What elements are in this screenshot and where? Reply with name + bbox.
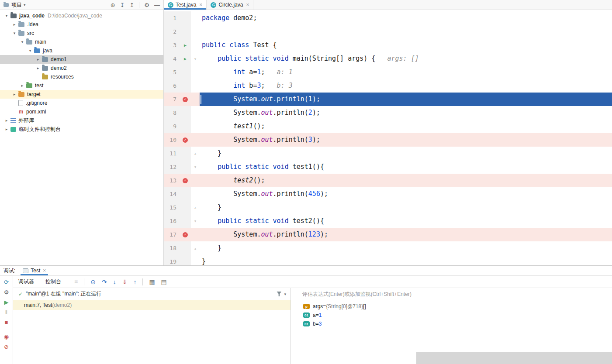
show-execution-point-icon[interactable]: ⊙ (90, 279, 96, 285)
filter-icon[interactable] (277, 292, 281, 296)
tree-item-external-libraries[interactable]: ▸外部库 (0, 116, 163, 125)
code-line-4[interactable]: 4▶▿ public static void main(String[] arg… (164, 52, 612, 65)
project-panel-title[interactable]: 项目 (11, 1, 22, 9)
variable-row[interactable]: pargs = {String[0]@718} [] (291, 302, 612, 311)
locate-file-icon[interactable]: ⊕ (111, 2, 115, 8)
fold-open-icon[interactable]: ▿ (191, 214, 200, 228)
close-icon[interactable]: × (246, 2, 249, 7)
breakpoint-icon[interactable]: ✓ (183, 97, 188, 102)
tree-item-demo1[interactable]: ▸demo1 (0, 55, 163, 64)
run-icon[interactable]: ▶ (184, 57, 187, 61)
code-line-3[interactable]: 3▶public class Test { (164, 38, 612, 52)
evaluate-expression-input[interactable] (301, 291, 589, 298)
tree-item-src[interactable]: ▾src (0, 29, 163, 38)
resume-icon[interactable]: ▶ (4, 299, 9, 305)
code-editor[interactable]: 1package demo2;23▶public class Test {4▶▿… (164, 10, 612, 265)
tree-item-test[interactable]: ▸test (0, 81, 163, 90)
tab-circle-java[interactable]: CCircle.java× (207, 0, 253, 10)
code-line-16[interactable]: 16▿ public static void test2(){ (164, 214, 612, 228)
fold-close-icon[interactable]: ▵ (191, 147, 200, 160)
chevron-down-icon[interactable]: ▾ (18, 40, 26, 44)
tab-debugger[interactable]: 调试器 (18, 278, 34, 285)
code-line-13[interactable]: 13✓ test2(); (164, 174, 612, 187)
run-icon[interactable]: ▶ (184, 43, 187, 48)
force-step-into-icon[interactable]: ⇓ (122, 279, 128, 285)
tree-item-scratches-consoles[interactable]: ▸临时文件和控制台 (0, 125, 163, 134)
step-out-icon[interactable]: ↑ (133, 279, 136, 285)
chevron-down-icon[interactable]: ▾ (24, 3, 26, 7)
mute-breakpoints-icon[interactable]: ⊘ (4, 344, 9, 350)
breakpoint-icon[interactable]: ✓ (183, 232, 188, 237)
code-line-15[interactable]: 15▵ } (164, 201, 612, 214)
view-breakpoints-icon[interactable]: ◉ (4, 334, 9, 340)
chevron-right-icon[interactable]: ▸ (10, 92, 18, 96)
close-icon[interactable]: × (43, 268, 46, 273)
gear-icon[interactable]: ⚙ (144, 2, 149, 8)
code-line-9[interactable]: 9 test1(); (164, 120, 612, 133)
tree-item-pom[interactable]: mpom.xml (0, 107, 163, 116)
fold-close-icon[interactable]: ▵ (191, 241, 200, 255)
debug-session-tab[interactable]: Test × (20, 266, 49, 275)
breakpoint-icon[interactable]: ✓ (183, 178, 188, 183)
fold-close-icon[interactable]: ▵ (191, 201, 200, 214)
chevron-right-icon[interactable]: ▸ (18, 83, 26, 88)
collapse-all-icon[interactable]: ↥ (129, 2, 134, 8)
code-line-1[interactable]: 1package demo2; (164, 11, 612, 25)
tree-item-target[interactable]: ▸target (0, 90, 163, 99)
gutter: 8 (164, 106, 191, 120)
code-line-5[interactable]: 5 int a=1; a: 1 (164, 65, 612, 79)
chevron-down-icon[interactable]: ▾ (3, 14, 10, 18)
hide-panel-icon[interactable]: — (154, 2, 160, 8)
tree-item-java[interactable]: ▾java (0, 46, 163, 55)
code-line-17[interactable]: 17✓ System.out.println(123); (164, 228, 612, 241)
layout-menu-icon[interactable]: ≡ (74, 279, 78, 285)
step-over-icon[interactable]: ↷ (102, 279, 107, 285)
chevron-right-icon[interactable]: ▸ (3, 127, 10, 131)
stop-icon[interactable]: ■ (5, 319, 8, 325)
step-into-icon[interactable]: ↓ (113, 279, 116, 285)
breakpoint-icon[interactable]: ✓ (183, 137, 188, 143)
code-line-10[interactable]: 10✓ System.out.println(3); (164, 133, 612, 147)
view-breakpoints-grid-icon[interactable]: ▦ (149, 279, 155, 285)
variable-row[interactable]: 01a = 1 (291, 311, 612, 319)
chevron-down-icon[interactable]: ▾ (10, 31, 18, 35)
variable-value: = (323, 303, 326, 309)
code-line-6[interactable]: 6 int b=3; b: 3 (164, 79, 612, 93)
code-line-7[interactable]: 7✓ System.out.println(1); (164, 93, 612, 106)
line-number: 9 (164, 120, 180, 133)
fold-open-icon[interactable]: ▿ (191, 52, 200, 65)
code-line-12[interactable]: 12▿ public static void test1(){ (164, 160, 612, 174)
tree-item-demo2[interactable]: ▸demo2 (0, 64, 163, 72)
rerun-debug-icon[interactable]: ⟳ (4, 279, 9, 285)
tree-item-resources[interactable]: resources (0, 72, 163, 81)
code-line-8[interactable]: 8 System.out.println(2); (164, 106, 612, 120)
code-line-14[interactable]: 14 System.out.println(456); (164, 187, 612, 201)
tree-item-root[interactable]: ▾java_codeD:\ideaCode\java_code (0, 11, 163, 20)
code-line-11[interactable]: 11▵ } (164, 147, 612, 160)
layout-settings-icon[interactable]: ▤ (161, 279, 167, 285)
tree-item-gitignore[interactable]: .gitignore (0, 99, 163, 107)
chevron-right-icon[interactable]: ▸ (34, 66, 42, 70)
chevron-right-icon[interactable]: ▸ (34, 57, 42, 62)
tab-console[interactable]: 控制台 (45, 278, 61, 285)
code-line-18[interactable]: 18▵ } (164, 241, 612, 255)
fold-spacer (191, 120, 200, 133)
tab-test-java[interactable]: CTest.java× (164, 0, 207, 10)
chevron-right-icon[interactable]: ▸ (10, 22, 18, 27)
code-line-2[interactable]: 2 (164, 25, 612, 38)
close-icon[interactable]: × (199, 2, 202, 7)
fold-open-icon[interactable]: ▿ (191, 160, 200, 174)
wrench-icon[interactable]: ⚙ (4, 289, 9, 295)
chevron-right-icon[interactable]: ▸ (3, 118, 10, 123)
tree-item-main[interactable]: ▾main (0, 38, 163, 46)
pause-icon[interactable]: ‖ (5, 309, 7, 315)
code-line-19[interactable]: 19} (164, 255, 612, 265)
tree-item-idea[interactable]: ▸.idea (0, 20, 163, 29)
gutter-mark (180, 187, 191, 201)
gutter-mark (180, 201, 191, 214)
variable-row[interactable]: 01b = 3 (291, 319, 612, 328)
expand-all-icon[interactable]: ↧ (120, 2, 125, 8)
chevron-down-icon[interactable]: ▾ (284, 292, 286, 296)
chevron-down-icon[interactable]: ▾ (26, 48, 34, 53)
stack-frame-row[interactable]: main:7, Test (demo2) (13, 300, 290, 310)
